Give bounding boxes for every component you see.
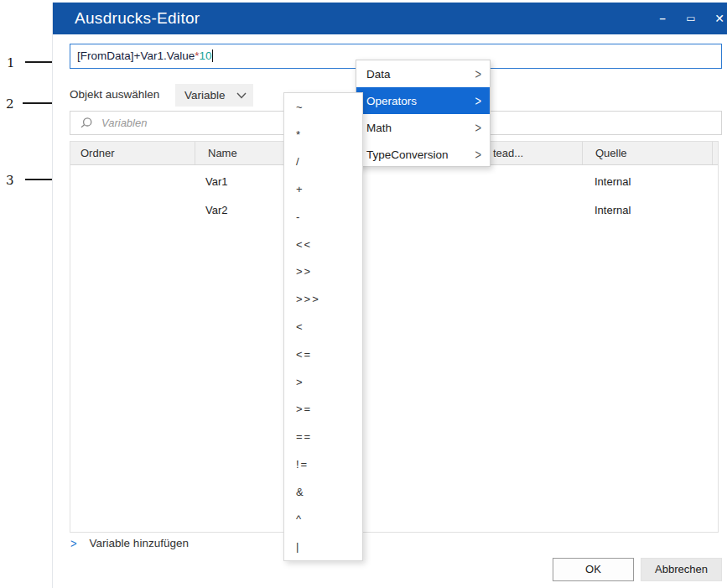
menu-item-data[interactable]: Data >	[356, 60, 490, 87]
operator-item-less-equal[interactable]: <=	[284, 341, 362, 368]
object-type-dropdown[interactable]: Variable	[175, 84, 253, 107]
operator-item-bitwise-not[interactable]: ~	[284, 93, 362, 121]
maximize-icon[interactable]: ▭	[678, 3, 704, 34]
add-variable-label: Variable hinzufügen	[90, 537, 189, 549]
operator-item-minus[interactable]: -	[284, 203, 362, 231]
expression-number: 10	[199, 49, 211, 62]
operator-item-bitwise-and[interactable]: &	[284, 478, 362, 506]
operator-item-less-than[interactable]: <	[284, 313, 362, 341]
operators-submenu: ~ * / + - << >> >>> < <= > >= == != & ^ …	[283, 92, 363, 561]
chevron-down-icon	[236, 92, 247, 99]
annotation-number-1: 1	[7, 55, 15, 70]
title-bar: Ausdrucks-Editor – ▭ ✕	[53, 3, 727, 34]
cell-ordner	[70, 196, 195, 225]
close-icon[interactable]: ✕	[707, 3, 727, 34]
operator-item-greater-equal[interactable]: >=	[284, 395, 362, 423]
operator-item-equals[interactable]: ==	[284, 423, 362, 450]
operator-item-bitwise-or[interactable]: |	[284, 533, 362, 560]
submenu-arrow-icon: >	[475, 146, 481, 163]
ok-button[interactable]: OK	[553, 558, 634, 581]
cell-quelle: Internal	[582, 196, 712, 225]
operator-item-shift-right[interactable]: >>	[284, 258, 362, 286]
submenu-arrow-icon: >	[475, 92, 481, 109]
column-header-ordner[interactable]: Ordner	[70, 142, 195, 164]
operator-item-shift-left[interactable]: <<	[284, 231, 362, 258]
menu-item-typeconversion[interactable]: TypeConversion >	[356, 141, 490, 168]
operator-item-divide[interactable]: /	[284, 148, 362, 176]
operator-item-plus[interactable]: +	[284, 175, 362, 203]
cell-ordner	[70, 168, 195, 196]
menu-item-label: Data	[366, 68, 475, 81]
submenu-arrow-icon: >	[475, 65, 481, 82]
add-variable-link[interactable]: > Variable hinzufügen	[70, 537, 189, 549]
table-row[interactable]: Var1 Internal	[70, 168, 718, 196]
cancel-button[interactable]: Abbrechen	[641, 558, 722, 581]
expression-text: [FromData]+Var1.Value	[77, 49, 195, 62]
text-caret	[212, 49, 213, 62]
operator-item-bitwise-xor[interactable]: ^	[284, 505, 362, 533]
dropdown-value: Variable	[184, 89, 236, 101]
dialog-title: Ausdrucks-Editor	[75, 3, 200, 34]
operator-item-unsigned-shift-right[interactable]: >>>	[284, 285, 362, 313]
column-header-filler	[712, 142, 718, 164]
submenu-arrow-icon: >	[475, 119, 481, 136]
minimize-icon[interactable]: –	[650, 3, 675, 34]
menu-item-label: TypeConversion	[366, 148, 475, 161]
operator-item-not-equal[interactable]: !=	[284, 450, 362, 478]
object-select-label: Objekt auswählen	[70, 88, 159, 101]
table-row[interactable]: Var2 Internal	[70, 196, 718, 225]
search-icon	[80, 117, 93, 129]
column-header-quelle[interactable]: Quelle	[582, 142, 712, 164]
operator-item-greater-than[interactable]: >	[284, 368, 362, 396]
cell-middle	[354, 168, 582, 196]
chevron-right-icon: >	[70, 536, 77, 550]
annotation-number-2: 2	[6, 96, 14, 112]
menu-item-operators[interactable]: Operators >	[356, 87, 490, 114]
annotation-number-3: 3	[6, 173, 14, 188]
menu-item-math[interactable]: Math >	[356, 114, 490, 141]
context-menu: Data > Operators > Math > TypeConversion…	[356, 60, 491, 167]
cell-middle	[354, 196, 582, 225]
menu-item-label: Operators	[366, 95, 475, 107]
menu-item-label: Math	[366, 122, 475, 134]
variables-table: Ordner Name tead... Quelle Var1 Internal…	[70, 141, 719, 533]
operator-item-multiply[interactable]: *	[284, 121, 362, 148]
cell-quelle: Internal	[582, 168, 712, 196]
